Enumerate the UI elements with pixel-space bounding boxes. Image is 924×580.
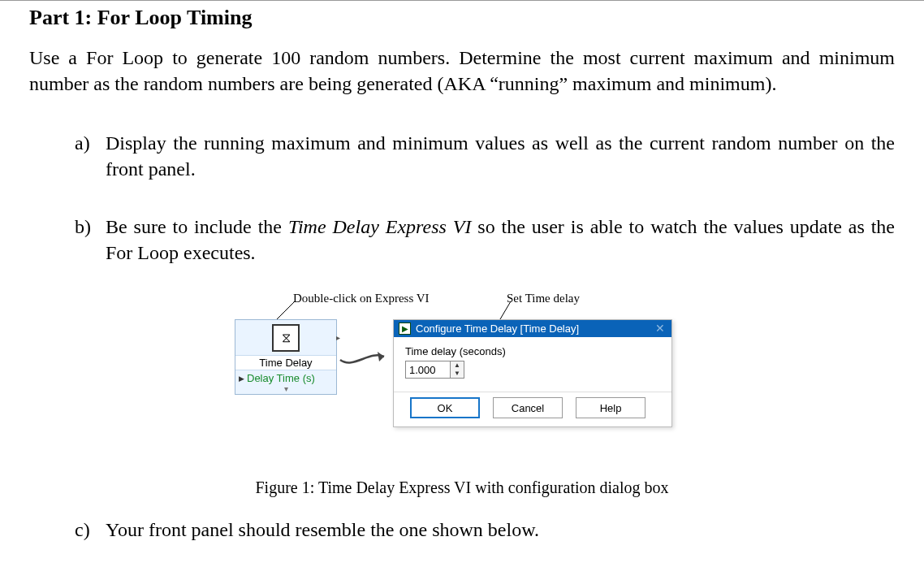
chevron-down-icon: ▾ [235,386,336,394]
run-arrow-icon: ▶ [399,322,411,335]
chevron-down-icon[interactable]: ▼ [451,370,464,378]
list-item-b: b) Be sure to include the Time Delay Exp… [75,214,895,266]
time-delay-input[interactable]: ▲ ▼ [405,361,660,379]
item-text: Be sure to include the Time Delay Expres… [106,214,895,266]
svg-marker-2 [378,352,384,361]
curved-arrow-icon [337,345,394,378]
item-letter: b) [75,214,106,266]
close-icon[interactable]: ✕ [655,322,665,335]
help-button[interactable]: Help [576,397,646,418]
time-delay-field[interactable] [405,361,451,379]
list-item-a: a) Display the running maximum and minim… [75,130,895,183]
item-letter: c) [75,517,106,543]
time-delay-express-vi: ⧖ ▸ Time Delay ▶ Delay Time (s) ▾ [235,319,337,395]
item-text: Display the running maximum and minimum … [106,130,895,183]
hourglass-icon: ⧖ [272,324,300,352]
list-item-c: c) Your front panel should resemble the … [75,517,895,543]
figure-1: Double-click on Express VI Set Time dela… [29,296,895,459]
chevron-up-icon[interactable]: ▲ [451,361,464,370]
numeric-spinner[interactable]: ▲ ▼ [451,361,464,379]
section-title: Part 1: For Loop Timing [29,6,895,30]
dialog-title-text: Configure Time Delay [Time Delay] [416,322,579,335]
intro-paragraph: Use a For Loop to generate 100 random nu… [29,45,895,97]
item-text: Your front panel should resemble the one… [106,517,539,543]
chevron-right-icon: ▶ [239,374,244,383]
ok-button[interactable]: OK [410,397,480,418]
figure-caption: Figure 1: Time Delay Express VI with con… [29,478,895,497]
time-delay-label: Time delay (seconds) [405,345,660,357]
chevron-right-icon: ▸ [336,333,340,342]
dialog-titlebar: ▶ Configure Time Delay [Time Delay] ✕ [394,320,671,337]
express-vi-name: Time Delay [235,355,336,370]
cancel-button[interactable]: Cancel [493,397,563,418]
annotation-double-click: Double-click on Express VI [293,292,430,305]
configure-time-delay-dialog: ▶ Configure Time Delay [Time Delay] ✕ Ti… [393,319,672,427]
item-letter: a) [75,130,106,183]
